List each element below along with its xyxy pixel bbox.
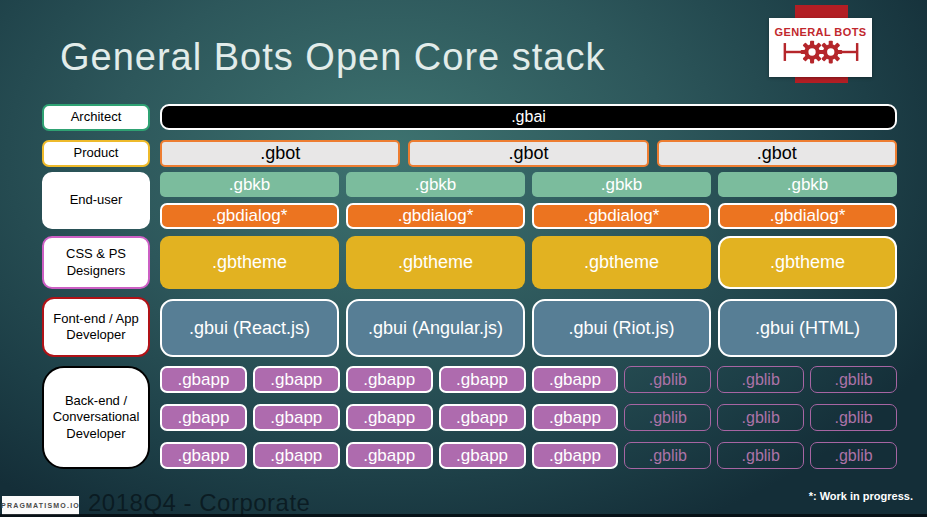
gbapp-box: .gbapp <box>532 404 619 431</box>
label-end-user: End-user <box>42 172 150 229</box>
gbot-box: .gbot <box>160 140 400 167</box>
gbapp-box: .gbapp <box>160 404 247 431</box>
label-front-end-developer: Font-end / App Developer <box>42 297 150 357</box>
gbui-react-box: .gbui (React.js) <box>160 299 339 357</box>
gblib-box: .gblib <box>717 442 804 469</box>
gbapp-row: .gbapp .gbapp .gbapp .gbapp .gbapp .gbli… <box>160 404 897 431</box>
gbapp-box: .gbapp <box>346 442 433 469</box>
gbdialog-row: .gbdialog* .gbdialog* .gbdialog* .gbdial… <box>160 203 897 229</box>
gbapp-box: .gbapp <box>253 366 340 393</box>
gbapp-box: .gbapp <box>253 404 340 431</box>
gbui-row: .gbui (React.js) .gbui (Angular.js) .gbu… <box>160 299 897 357</box>
gblib-box: .gblib <box>717 404 804 431</box>
gbtheme-box: .gbtheme <box>532 236 711 289</box>
gbui-angular-box: .gbui (Angular.js) <box>346 299 525 357</box>
pragmatismo-logo: PRAGMATISMO.IO <box>2 496 79 515</box>
gbui-riot-box: .gbui (Riot.js) <box>532 299 711 357</box>
gbtheme-box: .gbtheme <box>346 236 525 289</box>
gbot-box: .gbot <box>657 140 897 167</box>
label-css-ps-designers: CSS & PS Designers <box>42 236 150 289</box>
work-in-progress-note: *: Work in progress. <box>809 490 913 502</box>
general-bots-logo: GENERAL BOTS <box>769 18 872 77</box>
gbapp-box: .gbapp <box>160 442 247 469</box>
gbkb-box: .gbkb <box>532 172 711 197</box>
gblib-box: .gblib <box>624 442 711 469</box>
label-back-end-developer: Back-end / Conversational Developer <box>42 366 150 469</box>
gblib-box: .gblib <box>810 404 897 431</box>
gbkb-row: .gbkb .gbkb .gbkb .gbkb <box>160 172 897 197</box>
gblib-box: .gblib <box>624 366 711 393</box>
footer-caption: 2018Q4 - Corporate <box>88 489 310 517</box>
gbui-html-box: .gbui (HTML) <box>718 299 897 357</box>
pragmatismo-logo-text: PRAGMATISMO.IO <box>1 502 80 509</box>
gbapp-box: .gbapp <box>532 442 619 469</box>
gblib-box: .gblib <box>810 442 897 469</box>
gbdialog-box: .gbdialog* <box>532 203 711 229</box>
gbapp-box: .gbapp <box>439 404 526 431</box>
gbtheme-row: .gbtheme .gbtheme .gbtheme .gbtheme <box>160 236 897 289</box>
gbai-row: .gbai <box>160 104 897 130</box>
gbapp-row: .gbapp .gbapp .gbapp .gbapp .gbapp .gbli… <box>160 442 897 469</box>
gbdialog-box: .gbdialog* <box>718 203 897 229</box>
gbkb-box: .gbkb <box>346 172 525 197</box>
gblib-box: .gblib <box>717 366 804 393</box>
gbapp-box: .gbapp <box>160 366 247 393</box>
gbtheme-box: .gbtheme <box>718 236 897 289</box>
gbapp-box: .gbapp <box>439 442 526 469</box>
gbkb-box: .gbkb <box>160 172 339 197</box>
gbapp-box: .gbapp <box>532 366 619 393</box>
gbot-row: .gbot .gbot .gbot <box>160 140 897 167</box>
gbdialog-box: .gbdialog* <box>160 203 339 229</box>
gblib-box: .gblib <box>810 366 897 393</box>
gbapp-box: .gbapp <box>253 442 340 469</box>
gbdialog-box: .gbdialog* <box>346 203 525 229</box>
gbkb-box: .gbkb <box>718 172 897 197</box>
gbapp-box: .gbapp <box>346 366 433 393</box>
label-product: Product <box>42 140 150 167</box>
gbapp-box: .gbapp <box>346 404 433 431</box>
gbapp-row: .gbapp .gbapp .gbapp .gbapp .gbapp .gbli… <box>160 366 897 393</box>
gbot-box: .gbot <box>408 140 648 167</box>
gbapp-box: .gbapp <box>439 366 526 393</box>
gblib-box: .gblib <box>624 404 711 431</box>
gbtheme-box: .gbtheme <box>160 236 339 289</box>
gears-icon <box>779 39 863 69</box>
logo-brand-text: GENERAL BOTS <box>775 26 867 38</box>
slide: General Bots Open Core stack GENERAL BOT… <box>0 0 927 517</box>
page-title: General Bots Open Core stack <box>60 36 605 79</box>
label-architect: Architect <box>42 104 150 131</box>
gbai-box: .gbai <box>160 104 897 130</box>
